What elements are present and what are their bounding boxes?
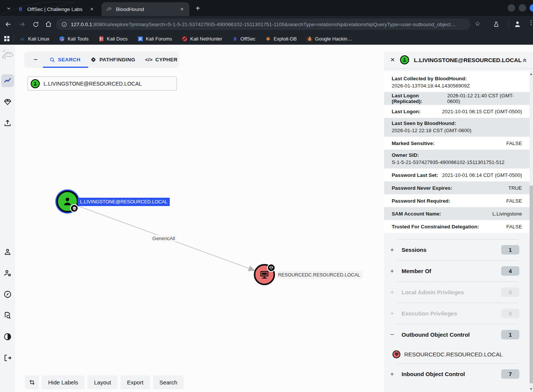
tab-pathfinding[interactable]: PATHFINDING	[90, 56, 135, 63]
reload-button[interactable]	[30, 19, 41, 30]
sidebar-admin-button[interactable]	[1, 267, 14, 280]
collapse-all-button[interactable]	[522, 57, 528, 63]
bookmark-star-icon[interactable]: ☆	[475, 20, 480, 28]
fit-view-button[interactable]	[25, 375, 39, 389]
property-row: Password Not Required: FALSE	[384, 194, 530, 207]
sidebar-docs-button[interactable]	[1, 288, 14, 301]
property-value: 2026-01-12 22:18 CST (GMT-0600)	[392, 128, 522, 133]
section-header[interactable]: + Member Of 4	[384, 261, 530, 281]
layout-button[interactable]: Layout	[88, 375, 117, 389]
close-panel-button[interactable]: ✕	[390, 56, 395, 63]
apps-grid-icon[interactable]	[4, 36, 10, 42]
expand-icon[interactable]: +	[390, 246, 399, 254]
close-window-button[interactable]	[530, 4, 533, 12]
bookmark-kali-forums[interactable]: Kali Forums	[138, 36, 172, 42]
property-value: 2026-01-12 21:40 CST (GMT-0600)	[447, 93, 522, 104]
property-label: Trusted For Constrained Delegation:	[392, 224, 479, 230]
property-row: Last Seen by BloodHound: 2026-01-12 22:1…	[384, 118, 530, 137]
document-search-icon	[3, 311, 12, 320]
edge-label[interactable]: GenericAll	[150, 235, 177, 242]
property-value: 2026-01-13T04:18:44.143056909Z	[392, 83, 522, 89]
url-text: 127.0.0.1:8080/ui/explore?primarySearch=…	[71, 22, 456, 27]
sidebar-upload-button[interactable]	[1, 117, 14, 130]
node-label-user[interactable]: L.LIVINGSTONE@RESOURCED.LOCAL	[78, 198, 170, 206]
expand-icon[interactable]: +	[390, 267, 399, 275]
node-label-computer[interactable]: RESOURCEDC.RESOURCED.LOCAL	[276, 271, 363, 279]
section-outbound-object-control: − Outbound Object Control 1 RESOURCEDC.R…	[384, 324, 530, 363]
collapse-panel-button[interactable]: −	[32, 56, 39, 64]
collapse-icon[interactable]: −	[390, 331, 399, 339]
section-member-of: + Member Of 4	[384, 261, 530, 281]
bookmark-offsec[interactable]: OffSec	[232, 36, 256, 42]
bloodhound-app: − SEARCH PATHFINDING </> CYPHER	[0, 45, 533, 392]
app-sidebar	[0, 45, 15, 392]
experiments-button[interactable]	[491, 19, 502, 30]
export-button[interactable]: Export	[120, 375, 150, 389]
bloodhound-logo	[0, 46, 15, 64]
minimize-button[interactable]	[508, 4, 515, 12]
search-input[interactable]: L.LIVINGSTONE@RESOURCED.LOCAL	[27, 77, 177, 91]
new-tab-button[interactable]: +	[192, 3, 203, 14]
entity-avatar-icon	[400, 55, 409, 64]
property-value: 2021-10-01 06:14 CDT (GMT-0500)	[442, 172, 522, 178]
bookmark-kali-nethunter[interactable]: Kali NetHunter	[182, 36, 222, 42]
property-label: SAM Account Name:	[392, 211, 441, 217]
property-list: Last Collected by BloodHound: 2026-01-13…	[384, 71, 530, 233]
crop-icon	[29, 379, 35, 386]
search-icon	[49, 57, 55, 63]
tab-pathfinding-label: PATHFINDING	[99, 57, 135, 62]
section-header[interactable]: + Local Admin Privileges 0	[384, 282, 530, 303]
sidebar-dark-mode-button[interactable]	[1, 330, 14, 343]
maximize-button[interactable]	[519, 4, 526, 12]
user-avatar-icon	[31, 79, 40, 88]
forward-button[interactable]	[17, 19, 27, 30]
browser-tab-bloodhound[interactable]: BloodHound ✕	[102, 2, 189, 16]
profile-button[interactable]	[512, 19, 523, 30]
section-header[interactable]: − Outbound Object Control 1	[384, 324, 530, 345]
tab-search[interactable]: SEARCH	[49, 57, 80, 63]
close-tab-icon[interactable]: ✕	[178, 6, 186, 13]
scroll-down-arrow-icon[interactable]	[530, 388, 532, 390]
panel-scrollbar[interactable]	[530, 71, 533, 392]
section-execution-privileges: + Execution Privileges 0	[384, 303, 530, 324]
property-value: 2021-10-01 06:15 CDT (GMT-0500)	[442, 109, 522, 114]
scroll-up-arrow-icon[interactable]	[530, 73, 532, 75]
url-bar[interactable]: 127.0.0.1:8080/ui/explore?primarySearch=…	[56, 19, 470, 30]
sidebar-profile-button[interactable]	[1, 245, 14, 258]
tab-search-button[interactable]	[4, 3, 14, 13]
bookmark-exploit-db[interactable]: Exploit-DB	[265, 36, 297, 42]
explore-search-card: − SEARCH PATHFINDING </> CYPHER	[24, 52, 179, 68]
section-header[interactable]: + Sessions 1	[384, 239, 530, 260]
profile-icon	[513, 20, 522, 28]
sidebar-api-explorer-button[interactable]	[1, 309, 14, 322]
bookmark-google-hacking[interactable]: Google Hackin…	[307, 36, 352, 42]
bookmark-kali-tools[interactable]: Kali Tools	[59, 36, 88, 42]
url-path: :8080/ui/explore?primarySearch=S-1-5-21-…	[92, 22, 456, 27]
bookmark-kali-linux[interactable]: Kali Linux	[19, 36, 49, 42]
sidebar-logout-button[interactable]	[1, 351, 14, 364]
sidebar-explore-button[interactable]	[1, 74, 14, 87]
offsec-icon	[232, 36, 238, 42]
section-header[interactable]: + Execution Privileges 0	[384, 303, 530, 324]
kali-dragon-icon	[19, 36, 25, 42]
back-button[interactable]	[3, 19, 14, 30]
outbound-control-item[interactable]: RESOURCEDC.RESOURCED.LOCAL	[384, 345, 530, 363]
sidebar-group-management-button[interactable]	[1, 95, 14, 108]
offsec-favicon-icon	[17, 6, 23, 12]
count-badge: 4	[501, 266, 519, 276]
google-hacking-bug-icon	[307, 36, 313, 42]
search-button[interactable]: Search	[153, 375, 184, 389]
browser-menu-button[interactable]: ⋮	[528, 19, 533, 26]
person-gear-icon	[3, 269, 12, 277]
close-tab-icon[interactable]: ✕	[88, 6, 95, 13]
home-button[interactable]	[43, 19, 54, 30]
scrollbar-thumb[interactable]	[530, 186, 533, 383]
tab-cypher[interactable]: </> CYPHER	[145, 57, 178, 62]
active-tab-underline	[43, 67, 88, 68]
property-value: FALSE	[506, 198, 522, 204]
bookmark-kali-docs[interactable]: Kali Docs	[98, 36, 128, 42]
hide-labels-button[interactable]: Hide Labels	[42, 375, 84, 389]
expand-icon[interactable]: +	[390, 370, 399, 378]
section-header[interactable]: + Inbound Object Control 7	[384, 364, 530, 384]
browser-tab-offsec[interactable]: OffSec | Challenge Labs ✕	[13, 2, 99, 16]
